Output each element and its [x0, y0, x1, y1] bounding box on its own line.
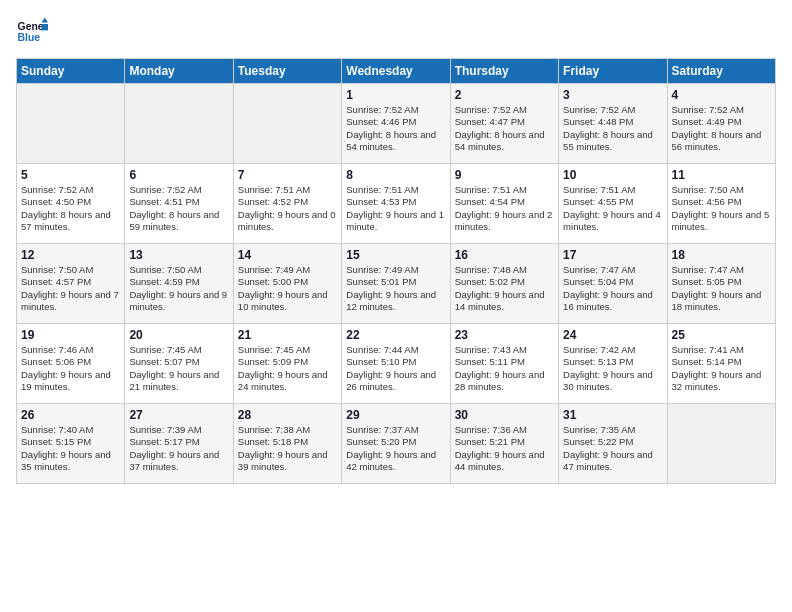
day-info: Sunrise: 7:52 AM Sunset: 4:48 PM Dayligh… — [563, 104, 662, 153]
calendar-cell — [125, 84, 233, 164]
day-number: 4 — [672, 88, 771, 102]
day-info: Sunrise: 7:51 AM Sunset: 4:52 PM Dayligh… — [238, 184, 337, 233]
calendar-cell — [233, 84, 341, 164]
header-day-tuesday: Tuesday — [233, 59, 341, 84]
day-number: 23 — [455, 328, 554, 342]
day-number: 31 — [563, 408, 662, 422]
calendar-cell — [667, 404, 775, 484]
calendar-cell: 16Sunrise: 7:48 AM Sunset: 5:02 PM Dayli… — [450, 244, 558, 324]
day-number: 19 — [21, 328, 120, 342]
day-number: 6 — [129, 168, 228, 182]
day-info: Sunrise: 7:48 AM Sunset: 5:02 PM Dayligh… — [455, 264, 554, 313]
day-number: 18 — [672, 248, 771, 262]
day-number: 9 — [455, 168, 554, 182]
calendar-cell: 14Sunrise: 7:49 AM Sunset: 5:00 PM Dayli… — [233, 244, 341, 324]
day-number: 29 — [346, 408, 445, 422]
day-number: 12 — [21, 248, 120, 262]
calendar-cell: 15Sunrise: 7:49 AM Sunset: 5:01 PM Dayli… — [342, 244, 450, 324]
header-day-friday: Friday — [559, 59, 667, 84]
calendar-cell: 12Sunrise: 7:50 AM Sunset: 4:57 PM Dayli… — [17, 244, 125, 324]
calendar-table: SundayMondayTuesdayWednesdayThursdayFrid… — [16, 58, 776, 484]
calendar-body: 1Sunrise: 7:52 AM Sunset: 4:46 PM Daylig… — [17, 84, 776, 484]
day-info: Sunrise: 7:35 AM Sunset: 5:22 PM Dayligh… — [563, 424, 662, 473]
day-info: Sunrise: 7:47 AM Sunset: 5:05 PM Dayligh… — [672, 264, 771, 313]
calendar-cell: 25Sunrise: 7:41 AM Sunset: 5:14 PM Dayli… — [667, 324, 775, 404]
day-info: Sunrise: 7:43 AM Sunset: 5:11 PM Dayligh… — [455, 344, 554, 393]
day-number: 14 — [238, 248, 337, 262]
day-number: 25 — [672, 328, 771, 342]
day-info: Sunrise: 7:47 AM Sunset: 5:04 PM Dayligh… — [563, 264, 662, 313]
day-info: Sunrise: 7:50 AM Sunset: 4:57 PM Dayligh… — [21, 264, 120, 313]
day-info: Sunrise: 7:40 AM Sunset: 5:15 PM Dayligh… — [21, 424, 120, 473]
calendar-cell: 31Sunrise: 7:35 AM Sunset: 5:22 PM Dayli… — [559, 404, 667, 484]
calendar-cell: 24Sunrise: 7:42 AM Sunset: 5:13 PM Dayli… — [559, 324, 667, 404]
day-number: 27 — [129, 408, 228, 422]
day-info: Sunrise: 7:46 AM Sunset: 5:06 PM Dayligh… — [21, 344, 120, 393]
calendar-cell: 23Sunrise: 7:43 AM Sunset: 5:11 PM Dayli… — [450, 324, 558, 404]
header-day-wednesday: Wednesday — [342, 59, 450, 84]
day-number: 16 — [455, 248, 554, 262]
calendar-cell: 22Sunrise: 7:44 AM Sunset: 5:10 PM Dayli… — [342, 324, 450, 404]
header-day-sunday: Sunday — [17, 59, 125, 84]
day-number: 26 — [21, 408, 120, 422]
day-number: 28 — [238, 408, 337, 422]
calendar-cell: 19Sunrise: 7:46 AM Sunset: 5:06 PM Dayli… — [17, 324, 125, 404]
calendar-cell: 2Sunrise: 7:52 AM Sunset: 4:47 PM Daylig… — [450, 84, 558, 164]
svg-text:Blue: Blue — [18, 32, 41, 43]
day-number: 15 — [346, 248, 445, 262]
calendar-cell: 6Sunrise: 7:52 AM Sunset: 4:51 PM Daylig… — [125, 164, 233, 244]
day-number: 1 — [346, 88, 445, 102]
calendar-week-1: 1Sunrise: 7:52 AM Sunset: 4:46 PM Daylig… — [17, 84, 776, 164]
day-info: Sunrise: 7:52 AM Sunset: 4:50 PM Dayligh… — [21, 184, 120, 233]
day-info: Sunrise: 7:42 AM Sunset: 5:13 PM Dayligh… — [563, 344, 662, 393]
calendar-cell: 21Sunrise: 7:45 AM Sunset: 5:09 PM Dayli… — [233, 324, 341, 404]
calendar-cell: 9Sunrise: 7:51 AM Sunset: 4:54 PM Daylig… — [450, 164, 558, 244]
day-number: 21 — [238, 328, 337, 342]
calendar-cell: 28Sunrise: 7:38 AM Sunset: 5:18 PM Dayli… — [233, 404, 341, 484]
day-number: 24 — [563, 328, 662, 342]
day-info: Sunrise: 7:49 AM Sunset: 5:01 PM Dayligh… — [346, 264, 445, 313]
header-day-saturday: Saturday — [667, 59, 775, 84]
logo: General Blue — [16, 16, 52, 48]
day-number: 3 — [563, 88, 662, 102]
day-number: 8 — [346, 168, 445, 182]
calendar-header-row: SundayMondayTuesdayWednesdayThursdayFrid… — [17, 59, 776, 84]
header-day-thursday: Thursday — [450, 59, 558, 84]
calendar-week-2: 5Sunrise: 7:52 AM Sunset: 4:50 PM Daylig… — [17, 164, 776, 244]
day-number: 30 — [455, 408, 554, 422]
day-number: 5 — [21, 168, 120, 182]
day-info: Sunrise: 7:36 AM Sunset: 5:21 PM Dayligh… — [455, 424, 554, 473]
svg-marker-2 — [42, 18, 48, 23]
day-info: Sunrise: 7:51 AM Sunset: 4:53 PM Dayligh… — [346, 184, 445, 233]
day-info: Sunrise: 7:52 AM Sunset: 4:51 PM Dayligh… — [129, 184, 228, 233]
calendar-cell: 4Sunrise: 7:52 AM Sunset: 4:49 PM Daylig… — [667, 84, 775, 164]
calendar-cell: 20Sunrise: 7:45 AM Sunset: 5:07 PM Dayli… — [125, 324, 233, 404]
calendar-week-3: 12Sunrise: 7:50 AM Sunset: 4:57 PM Dayli… — [17, 244, 776, 324]
calendar-cell: 26Sunrise: 7:40 AM Sunset: 5:15 PM Dayli… — [17, 404, 125, 484]
day-info: Sunrise: 7:37 AM Sunset: 5:20 PM Dayligh… — [346, 424, 445, 473]
day-info: Sunrise: 7:39 AM Sunset: 5:17 PM Dayligh… — [129, 424, 228, 473]
day-info: Sunrise: 7:41 AM Sunset: 5:14 PM Dayligh… — [672, 344, 771, 393]
calendar-cell: 17Sunrise: 7:47 AM Sunset: 5:04 PM Dayli… — [559, 244, 667, 324]
day-number: 22 — [346, 328, 445, 342]
day-info: Sunrise: 7:50 AM Sunset: 4:59 PM Dayligh… — [129, 264, 228, 313]
svg-marker-3 — [42, 24, 48, 30]
calendar-cell: 1Sunrise: 7:52 AM Sunset: 4:46 PM Daylig… — [342, 84, 450, 164]
calendar-cell — [17, 84, 125, 164]
day-info: Sunrise: 7:50 AM Sunset: 4:56 PM Dayligh… — [672, 184, 771, 233]
day-info: Sunrise: 7:49 AM Sunset: 5:00 PM Dayligh… — [238, 264, 337, 313]
calendar-cell: 13Sunrise: 7:50 AM Sunset: 4:59 PM Dayli… — [125, 244, 233, 324]
day-info: Sunrise: 7:52 AM Sunset: 4:49 PM Dayligh… — [672, 104, 771, 153]
day-info: Sunrise: 7:52 AM Sunset: 4:46 PM Dayligh… — [346, 104, 445, 153]
day-info: Sunrise: 7:45 AM Sunset: 5:09 PM Dayligh… — [238, 344, 337, 393]
day-info: Sunrise: 7:45 AM Sunset: 5:07 PM Dayligh… — [129, 344, 228, 393]
calendar-cell: 8Sunrise: 7:51 AM Sunset: 4:53 PM Daylig… — [342, 164, 450, 244]
calendar-cell: 10Sunrise: 7:51 AM Sunset: 4:55 PM Dayli… — [559, 164, 667, 244]
calendar-cell: 18Sunrise: 7:47 AM Sunset: 5:05 PM Dayli… — [667, 244, 775, 324]
day-info: Sunrise: 7:38 AM Sunset: 5:18 PM Dayligh… — [238, 424, 337, 473]
day-number: 2 — [455, 88, 554, 102]
calendar-cell: 11Sunrise: 7:50 AM Sunset: 4:56 PM Dayli… — [667, 164, 775, 244]
header: General Blue — [16, 16, 776, 48]
calendar-cell: 5Sunrise: 7:52 AM Sunset: 4:50 PM Daylig… — [17, 164, 125, 244]
logo-icon: General Blue — [16, 16, 48, 48]
